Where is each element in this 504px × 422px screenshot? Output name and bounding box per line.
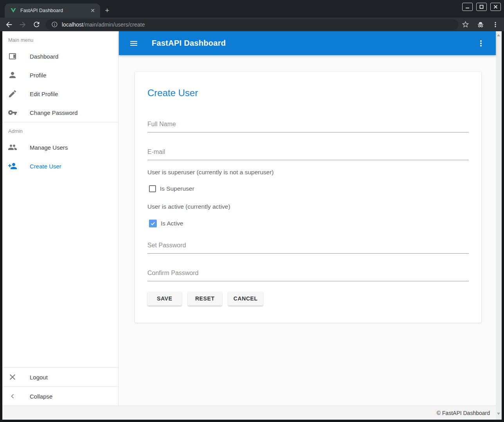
copyright-text: © FastAPI Dashboard (437, 410, 490, 416)
browser-window: FastAPI Dashboard ✕ + (0, 0, 504, 422)
browser-menu-icon[interactable] (491, 21, 499, 29)
app-footer: © FastAPI Dashboard (2, 406, 496, 420)
hamburger-menu-icon[interactable] (129, 39, 138, 48)
person-icon (8, 70, 17, 80)
is-active-checkbox[interactable] (149, 220, 157, 227)
sidebar-item-label: Manage Users (30, 144, 68, 151)
scrollbar-up-icon[interactable] (497, 34, 500, 36)
is-superuser-label: Is Superuser (160, 185, 194, 192)
vue-favicon-icon (10, 7, 16, 14)
person-add-icon (8, 161, 17, 171)
key-icon (8, 108, 17, 117)
sidebar-item-logout[interactable]: Logout (2, 368, 118, 386)
email-field-wrap (147, 148, 469, 160)
sidebar-item-collapse[interactable]: Collapse (2, 387, 118, 406)
sidebar-item-label: Edit Profile (30, 91, 58, 97)
sidebar-spacer (2, 175, 118, 367)
bookmark-star-icon[interactable] (461, 20, 470, 29)
new-tab-button[interactable]: + (102, 6, 112, 15)
app-title: FastAPI Dashboard (152, 39, 226, 48)
toolbar-actions (461, 20, 499, 29)
browser-tab[interactable]: FastAPI Dashboard ✕ (5, 4, 100, 18)
chevron-left-icon (8, 392, 17, 401)
sidebar-section-main-menu: Main menu (2, 31, 118, 47)
confirm-password-field-wrap (147, 270, 469, 281)
is-superuser-checkbox[interactable] (149, 185, 156, 192)
tab-close-icon[interactable]: ✕ (89, 7, 96, 14)
form-buttons: SAVE RESET CANCEL (147, 291, 469, 306)
full-name-input[interactable] (147, 121, 469, 132)
app-header: FastAPI Dashboard (119, 31, 496, 55)
cancel-button[interactable]: CANCEL (228, 291, 263, 306)
back-icon[interactable] (4, 20, 14, 29)
is-active-label: Is Active (161, 220, 183, 227)
confirm-password-input[interactable] (147, 270, 469, 281)
maximize-button[interactable] (476, 3, 487, 11)
sidebar-item-label: Change Password (30, 109, 78, 116)
scrollbar-down-icon[interactable] (497, 413, 500, 415)
is-active-checkbox-row[interactable]: Is Active (147, 220, 469, 227)
forward-icon[interactable] (18, 20, 27, 29)
sidebar-section-admin: Admin (2, 122, 118, 138)
group-icon (8, 143, 17, 152)
sidebar-item-label: Collapse (30, 393, 52, 400)
page-scrollbar[interactable] (496, 31, 502, 420)
incognito-icon (476, 20, 485, 29)
sidebar-item-label: Profile (30, 72, 47, 79)
reload-icon[interactable] (32, 20, 41, 29)
url-host: localhost (62, 21, 83, 28)
pencil-icon (8, 89, 17, 98)
sidebar-item-label: Logout (30, 374, 48, 381)
set-password-field-wrap (147, 242, 469, 254)
close-window-button[interactable] (490, 3, 501, 11)
reset-button[interactable]: RESET (188, 291, 222, 306)
sidebar-item-manage-users[interactable]: Manage Users (2, 138, 118, 157)
tab-title: FastAPI Dashboard (20, 8, 89, 13)
close-icon (8, 372, 17, 382)
set-password-input[interactable] (147, 242, 469, 254)
url-text: localhost/main/admin/users/create (62, 21, 145, 28)
active-hint: User is active (currently active) (147, 203, 469, 210)
sidebar-item-edit-profile[interactable]: Edit Profile (2, 84, 118, 103)
window-controls (462, 3, 501, 11)
dashboard-icon (8, 52, 17, 61)
is-superuser-checkbox-row[interactable]: Is Superuser (147, 185, 469, 192)
sidebar-item-profile[interactable]: Profile (2, 66, 118, 84)
url-path: /main/admin/users/create (83, 21, 145, 28)
sidebar-item-dashboard[interactable]: Dashboard (2, 47, 118, 66)
browser-toolbar: localhost/main/admin/users/create (0, 18, 504, 31)
email-input[interactable] (147, 148, 469, 160)
sidebar-item-change-password[interactable]: Change Password (2, 103, 118, 122)
sidebar-item-label: Create User (30, 163, 61, 170)
site-info-icon[interactable] (51, 21, 58, 28)
create-user-card: Create User User is superuser (currently… (135, 72, 481, 323)
save-button[interactable]: SAVE (147, 291, 182, 306)
url-bar[interactable]: localhost/main/admin/users/create (46, 19, 458, 30)
app-viewport: Main menu Dashboard Profile (2, 31, 502, 420)
sidebar-item-label: Dashboard (30, 53, 58, 60)
app-menu-kebab-icon[interactable] (476, 39, 486, 48)
main-area: FastAPI Dashboard Create User User is su… (119, 31, 496, 406)
minimize-button[interactable] (462, 3, 473, 11)
sidebar-item-create-user[interactable]: Create User (2, 157, 118, 175)
full-name-field-wrap (147, 121, 469, 132)
superuser-hint: User is superuser (currently is not a su… (147, 169, 469, 176)
sidebar: Main menu Dashboard Profile (2, 31, 118, 406)
page-title: Create User (147, 88, 469, 98)
tab-strip: FastAPI Dashboard ✕ + (0, 0, 504, 18)
